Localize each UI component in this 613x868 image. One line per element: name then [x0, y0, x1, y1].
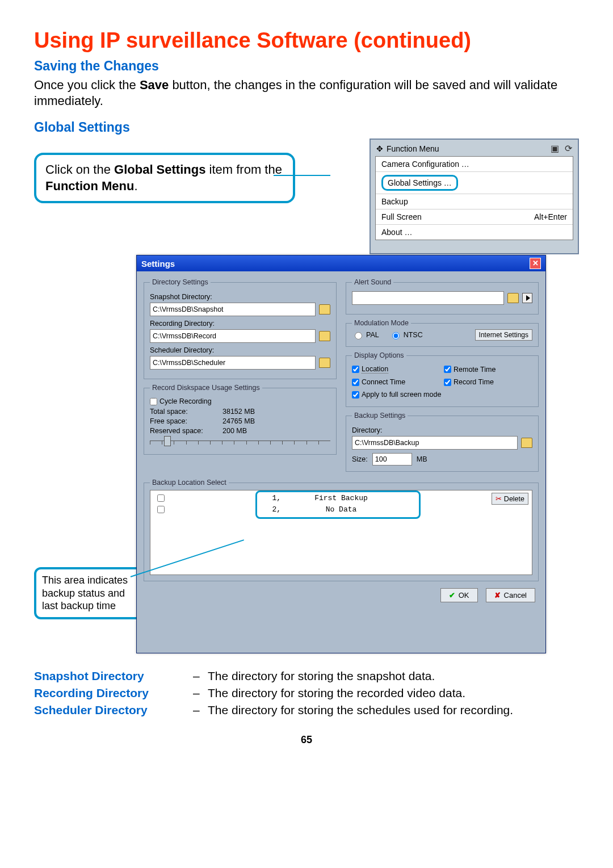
check-icon: ✔	[449, 591, 455, 599]
internet-settings-button[interactable]: Internet Settings	[475, 329, 532, 341]
backup-dir-input[interactable]	[352, 436, 518, 450]
menu-icon: ✥	[376, 144, 383, 153]
label: Full Screen	[381, 212, 422, 221]
dash: –	[193, 669, 208, 683]
display-options-group: Display Options Location Remote Time Con…	[346, 351, 539, 407]
size-input[interactable]	[372, 453, 412, 466]
legend: Directory Settings	[150, 278, 211, 286]
menu-item-backup[interactable]: Backup	[376, 194, 573, 209]
callout-global-settings: Click on the Global Settings item from t…	[34, 153, 295, 203]
browse-folder-icon[interactable]	[319, 358, 330, 368]
cycle-recording-checkbox[interactable]	[150, 398, 157, 405]
shortcut: Alt+Enter	[534, 212, 567, 221]
callout-backup-area: This area indicates backup status and la…	[34, 567, 146, 619]
browse-folder-icon[interactable]	[319, 304, 330, 315]
scheduler-dir-label: Scheduler Directory:	[150, 346, 330, 354]
label: OK	[459, 591, 469, 599]
save-bold: Save	[140, 78, 169, 92]
directory-settings-group: Directory Settings Snapshot Directory: R…	[144, 278, 337, 379]
browse-folder-icon[interactable]	[521, 438, 532, 448]
settings-dialog: Settings ✕ Directory Settings Snapshot D…	[136, 255, 546, 653]
label: Global Settings …	[381, 175, 458, 191]
record-time-checkbox[interactable]	[444, 379, 451, 386]
play-icon[interactable]	[522, 293, 532, 303]
text: Click on the	[45, 162, 114, 177]
backup-dir-label: Directory:	[352, 426, 532, 434]
ok-button[interactable]: ✔OK	[440, 588, 478, 602]
browse-folder-icon[interactable]	[319, 331, 330, 341]
connect-time-checkbox[interactable]	[352, 379, 359, 386]
backup-row-checkbox[interactable]	[157, 494, 165, 502]
snapshot-dir-input[interactable]	[150, 303, 316, 316]
menu-item-camera-config[interactable]: Camera Configuration …	[376, 157, 573, 172]
legend: Display Options	[352, 351, 406, 359]
cycle-recording-label: Cycle Recording	[159, 397, 212, 405]
backup-location-select-group: Backup Location Select ✂Delete 1, First …	[144, 479, 539, 581]
backup-row-checkbox[interactable]	[157, 506, 165, 513]
text: .	[134, 179, 137, 193]
x-icon: ✘	[494, 591, 501, 599]
label: Cancel	[504, 591, 527, 599]
alert-sound-group: Alert Sound	[346, 278, 539, 315]
dialog-title: Settings	[141, 259, 175, 269]
remote-time-checkbox[interactable]	[444, 366, 451, 373]
browse-folder-icon[interactable]	[507, 293, 519, 303]
scheduler-dir-input[interactable]	[150, 356, 316, 370]
snapshot-directory-desc: The directory for storing the snapshot d…	[208, 669, 579, 683]
backup-settings-group: Backup Settings Directory: Size: MB	[346, 412, 539, 472]
legend: Modulation Mode	[352, 319, 411, 327]
global-heading: Global Settings	[34, 120, 579, 135]
backup-row[interactable]: 1, First Backup	[155, 493, 527, 504]
label: About …	[381, 228, 412, 237]
close-icon[interactable]: ✕	[530, 258, 541, 269]
modulation-mode-group: Modulation Mode Internet Settings PAL NT…	[346, 319, 539, 347]
saving-paragraph: Once you click the Save button, the chan…	[34, 77, 579, 108]
record-diskspace-group: Record Diskspace Usage Settings Cycle Re…	[144, 384, 337, 455]
row-num: 2,	[264, 504, 281, 515]
connector-line	[274, 175, 330, 176]
label: Camera Configuration …	[381, 160, 469, 169]
delete-button[interactable]: ✂Delete	[492, 493, 528, 505]
free-space-value: 24765 MB	[222, 417, 255, 425]
location-checkbox[interactable]	[352, 366, 359, 373]
snapshot-dir-label: Snapshot Directory:	[150, 293, 330, 301]
text: item from the	[205, 162, 282, 177]
row-status: No Data	[284, 504, 398, 515]
legend: Record Diskspace Usage Settings	[150, 384, 262, 392]
apply-fullscreen-checkbox[interactable]	[352, 391, 359, 399]
size-unit: MB	[417, 455, 427, 463]
legend: Alert Sound	[352, 278, 393, 286]
reserved-space-value: 200 MB	[222, 427, 247, 435]
ntsc-label: NTSC	[404, 331, 423, 339]
backup-row[interactable]: 2, No Data	[155, 504, 527, 515]
recording-dir-label: Recording Directory:	[150, 320, 330, 328]
total-space-value: 38152 MB	[222, 408, 255, 416]
scheduler-directory-term: Scheduler Directory	[34, 703, 193, 717]
pal-radio[interactable]	[355, 332, 362, 339]
definitions: Snapshot Directory – The directory for s…	[34, 669, 579, 717]
free-space-label: Free space:	[150, 417, 218, 425]
recording-dir-input[interactable]	[150, 329, 316, 343]
recording-directory-term: Recording Directory	[34, 686, 193, 700]
menu-item-about[interactable]: About …	[376, 225, 573, 240]
menu-item-full-screen[interactable]: Full Screen Alt+Enter	[376, 209, 573, 225]
connect-time-label: Connect Time	[362, 378, 405, 386]
remote-time-label: Remote Time	[454, 366, 496, 374]
apply-fullscreen-label: Apply to full screen mode	[362, 391, 441, 399]
camera-icon[interactable]: ▣	[551, 143, 559, 154]
alert-sound-input[interactable]	[352, 291, 504, 305]
recording-directory-desc: The directory for storing the recorded v…	[208, 686, 579, 700]
pal-label: PAL	[366, 331, 379, 339]
menu-item-global-settings[interactable]: Global Settings …	[376, 172, 573, 194]
bold: Function Menu	[45, 179, 134, 193]
refresh-icon[interactable]: ⟳	[565, 143, 572, 154]
dash: –	[193, 686, 208, 700]
backup-list: ✂Delete 1, First Backup 2, No Data	[150, 490, 532, 575]
page-title: Using IP surveillance Software (continue…	[34, 28, 579, 53]
reserved-space-label: Reserved space:	[150, 427, 218, 435]
reserved-space-slider[interactable]	[150, 441, 330, 448]
ntsc-radio[interactable]	[392, 332, 400, 339]
total-space-label: Total space:	[150, 408, 218, 416]
legend: Backup Settings	[352, 412, 408, 420]
cancel-button[interactable]: ✘Cancel	[486, 588, 535, 602]
